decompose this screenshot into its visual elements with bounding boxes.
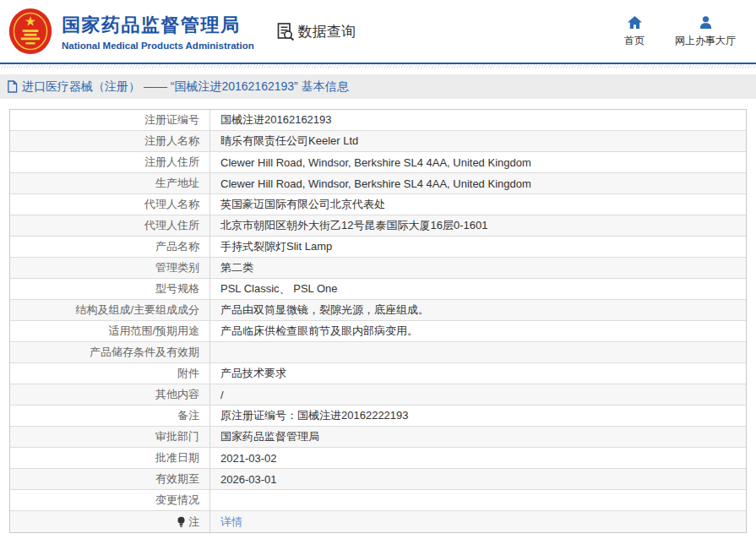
- nav-data-query[interactable]: 数据查询: [276, 22, 356, 41]
- field-value: /: [210, 384, 746, 405]
- nav-data-query-label: 数据查询: [298, 22, 356, 41]
- table-row: 变更情况: [10, 490, 746, 511]
- document-icon: [7, 80, 18, 93]
- field-label: 其他内容: [10, 384, 210, 405]
- table-row: 产品名称手持式裂隙灯Slit Lamp: [10, 237, 746, 258]
- table-row: 备注原注册证编号：国械注进20162222193: [10, 406, 746, 427]
- field-value: [210, 490, 746, 510]
- breadcrumb-bar: 进口医疗器械（注册） —— “国械注进20162162193” 基本信息: [0, 74, 756, 99]
- field-value: 国械注进20162162193: [210, 110, 746, 130]
- table-row: 注册人名称睛乐有限责任公司Keeler Ltd: [10, 131, 746, 152]
- field-value: Clewer Hill Road, Windsor, Berkshire SL4…: [210, 152, 746, 172]
- table-row: 代理人名称英国豪迈国际有限公司北京代表处: [10, 194, 746, 215]
- field-value: 手持式裂隙灯Slit Lamp: [210, 237, 746, 257]
- table-row: 注册证编号国械注进20162162193: [10, 110, 746, 131]
- table-row: 型号规格PSL Classic、 PSL One: [10, 279, 746, 300]
- field-value: 英国豪迈国际有限公司北京代表处: [210, 194, 746, 215]
- field-label: 有效期至: [10, 469, 210, 489]
- table-row: 管理类别第二类: [10, 258, 746, 279]
- field-value: 国家药品监督管理局: [210, 427, 746, 447]
- field-value: 北京市朝阳区朝外大街乙12号昆泰国际大厦16层0-1601: [210, 215, 746, 236]
- table-row: 结构及组成/主要组成成分产品由双筒显微镜，裂隙光源，底座组成。: [10, 300, 746, 321]
- field-label: 注册人名称: [10, 131, 210, 151]
- lightbulb-icon: [177, 516, 186, 528]
- field-label: 注册证编号: [10, 110, 210, 130]
- field-label: 产品名称: [10, 237, 210, 257]
- field-label: 变更情况: [10, 490, 210, 510]
- user-icon: [698, 15, 714, 30]
- table-row: 产品储存条件及有效期: [10, 342, 746, 363]
- field-label: 附件: [10, 363, 210, 384]
- nav-home[interactable]: 首页: [624, 15, 645, 48]
- table-row: 注 详情: [10, 511, 746, 532]
- field-value: 睛乐有限责任公司Keeler Ltd: [210, 131, 746, 151]
- field-value: [210, 342, 746, 362]
- table-row: 适用范围/预期用途产品临床供检查眼前节及眼内部病变用。: [10, 321, 746, 342]
- field-value: 2021-03-02: [210, 448, 746, 468]
- org-name-zh: 国家药品监督管理局: [62, 13, 254, 38]
- document-search-icon: [276, 22, 296, 41]
- field-value: 产品技术要求: [210, 363, 746, 384]
- field-label: 产品储存条件及有效期: [10, 342, 210, 362]
- table-row: 附件产品技术要求: [10, 363, 746, 384]
- nav-service-hall[interactable]: 网上办事大厅: [675, 15, 736, 48]
- field-label: 生产地址: [10, 173, 210, 193]
- registration-info-table: 注册证编号国械注进20162162193 注册人名称睛乐有限责任公司Keeler…: [9, 109, 747, 533]
- breadcrumb: 进口医疗器械（注册） —— “国械注进20162162193” 基本信息: [7, 79, 349, 95]
- table-row: 批准日期2021-03-02: [10, 448, 746, 469]
- header-nav: 首页 网上办事大厅: [624, 15, 736, 48]
- details-link[interactable]: 详情: [220, 515, 242, 530]
- field-value: 2026-03-01: [210, 469, 746, 489]
- field-value: 原注册证编号：国械注进20162222193: [210, 406, 746, 426]
- field-label: 批准日期: [10, 448, 210, 468]
- field-label-text: 注: [188, 515, 199, 530]
- table-row: 代理人住所北京市朝阳区朝外大街乙12号昆泰国际大厦16层0-1601: [10, 215, 746, 237]
- field-value: PSL Classic、 PSL One: [210, 279, 746, 299]
- field-label: 代理人名称: [10, 194, 210, 215]
- nav-service-hall-label: 网上办事大厅: [675, 34, 736, 48]
- field-label: 管理类别: [10, 258, 210, 278]
- field-label: 注: [10, 511, 210, 532]
- field-label: 型号规格: [10, 279, 210, 299]
- breadcrumb-text: 进口医疗器械（注册） —— “国械注进20162162193” 基本信息: [22, 79, 349, 95]
- table-row: 有效期至2026-03-01: [10, 469, 746, 490]
- field-value: 产品临床供检查眼前节及眼内部病变用。: [210, 321, 746, 341]
- field-value: 产品由双筒显微镜，裂隙光源，底座组成。: [210, 300, 746, 320]
- field-value: Clewer Hill Road, Windsor, Berkshire SL4…: [210, 173, 746, 193]
- header-divider-hatch: [0, 64, 756, 68]
- field-label: 审批部门: [10, 427, 210, 447]
- site-header: 国家药品监督管理局 National Medical Products Admi…: [0, 0, 756, 63]
- field-value: 详情: [210, 511, 746, 532]
- field-label: 代理人住所: [10, 215, 210, 236]
- home-icon: [627, 15, 643, 30]
- table-row: 生产地址Clewer Hill Road, Windsor, Berkshire…: [10, 173, 746, 194]
- nav-home-label: 首页: [624, 34, 645, 48]
- field-label: 适用范围/预期用途: [10, 321, 210, 341]
- table-row: 审批部门国家药品监督管理局: [10, 427, 746, 448]
- table-row: 其他内容/: [10, 384, 746, 406]
- national-emblem-icon: [7, 6, 54, 57]
- org-name-en: National Medical Products Administration: [62, 41, 254, 51]
- field-label: 注册人住所: [10, 152, 210, 172]
- site-logo: 国家药品监督管理局 National Medical Products Admi…: [7, 6, 254, 57]
- field-value: 第二类: [210, 258, 746, 278]
- field-label: 备注: [10, 406, 210, 426]
- table-row: 注册人住所Clewer Hill Road, Windsor, Berkshir…: [10, 152, 746, 173]
- field-label: 结构及组成/主要组成成分: [10, 300, 210, 320]
